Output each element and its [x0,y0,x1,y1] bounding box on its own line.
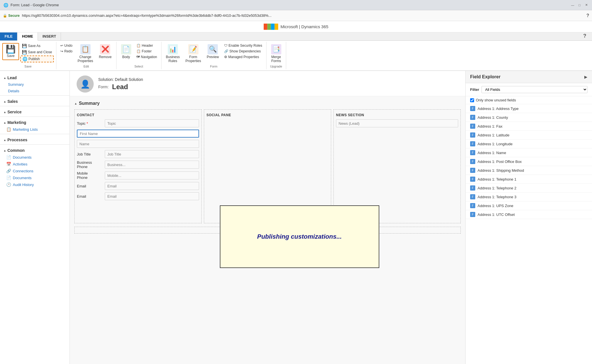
show-dependencies-label: Show Dependencies [230,49,261,53]
section-collapse-icon[interactable]: ▲ [74,102,77,105]
field-item-icon: F [470,150,475,155]
navigation-button[interactable]: 🗺 Navigation [135,54,159,60]
nav-group-processes-label: Processes [7,138,27,142]
managed-properties-label: Managed Properties [228,55,259,59]
nav-item-audit-history[interactable]: 🕐 Audit History [0,181,69,188]
collapse-marketing-icon[interactable]: ▲ [3,121,6,124]
field-row-firstname [77,130,199,138]
header-button[interactable]: 📋 Header [135,43,159,48]
publish-button[interactable]: 🌐 Publish [20,56,54,62]
field-input-mobilephone[interactable] [105,171,199,179]
close-btn[interactable]: ✕ [584,3,589,7]
field-list-item[interactable]: F Address 1: Telephone 2 [466,184,592,193]
app-help-icon[interactable]: ? [583,33,586,39]
nav-item-marketing-lists-label: Marketing Lists [13,127,38,132]
remove-button[interactable]: ❌ Remove [97,43,114,60]
url-text[interactable]: https://sg807b5630304.crm10.dynamics.com… [22,13,584,18]
divider-4 [0,134,69,134]
nav-item-activities[interactable]: 📅 Activities [0,161,69,167]
field-list-item[interactable]: F Address 1: Name [466,148,592,157]
field-input-jobtitle[interactable] [105,150,199,158]
tab-file[interactable]: FILE [0,32,17,40]
window-controls[interactable]: — □ ✕ [570,3,589,7]
change-properties-button[interactable]: 📋 ChangeProperties [75,43,95,64]
managed-properties-button[interactable]: ⚙ Managed Properties [222,54,264,60]
nav-header-lead: ▲ Lead [0,73,69,81]
preview-button[interactable]: 🔍 Preview [204,43,221,60]
field-list-item[interactable]: F Address 1: Telephone 3 [466,193,592,201]
remove-icon: ❌ [100,44,110,54]
field-input-topic[interactable] [105,119,199,127]
field-item-icon: F [470,203,475,208]
app-logo: ████ Microsoft | Dynamics 365 [264,24,328,30]
ribbon-group-select: 📄 Body 📋 Header 📋 Footer 🗺 Navigation [116,42,161,69]
field-item-name: Address 1: Telephone 2 [478,186,516,190]
maximize-btn[interactable]: □ [577,3,582,7]
field-list-item[interactable]: F Address 1: Longitude [466,140,592,148]
save-close-button[interactable]: 💾 Save and Close [20,49,54,55]
field-input-news[interactable] [336,119,458,127]
field-list-item[interactable]: F Address 1: Latitude [466,131,592,140]
nav-item-documents2[interactable]: 📄 Documents [0,174,69,181]
field-item-icon: F [470,141,475,146]
activities-icon: 📅 [6,162,11,166]
nav-item-documents[interactable]: 📄 Documents [0,154,69,161]
center-area: 👤 Solution: Default Solution Form: Lead … [70,71,465,364]
field-list-item[interactable]: F Address 1: Address Type [466,104,592,113]
field-input-email2[interactable] [105,192,199,200]
field-list-item[interactable]: F Address 1: UTC Offset [466,210,592,219]
field-input-firstname[interactable] [77,130,199,138]
tab-home[interactable]: HOME [17,32,38,41]
nav-group-lead-label: Lead [7,75,17,80]
navigation-icon: 🗺 [136,55,140,59]
collapse-service-icon[interactable]: ▲ [3,111,6,114]
collapse-processes-icon[interactable]: ▲ [3,138,6,142]
redo-button[interactable]: ↪ Redo [59,49,74,54]
footer-button[interactable]: 📋 Footer [135,49,159,54]
field-list-item[interactable]: F Address 1: County [466,113,592,122]
nav-item-details[interactable]: Details [0,88,69,94]
field-item-icon: F [470,132,475,138]
nav-item-documents2-label: Documents [13,176,32,180]
field-list-item[interactable]: F Address 1: Fax [466,122,592,131]
field-list-item[interactable]: F Address 1: Telephone 1 [466,175,592,184]
expand-icon[interactable]: ▶ [584,75,587,79]
field-list-item[interactable]: F Address 1: Post Office Box [466,157,592,166]
minimize-btn[interactable]: — [570,3,575,7]
only-unused-row: Only show unused fields [466,96,592,104]
field-input-name[interactable] [77,140,199,148]
collapse-sales-icon[interactable]: ▲ [3,100,6,103]
filter-select[interactable]: All Fields Unused Fields Required Fields [482,86,587,93]
field-list-item[interactable]: F Address 1: UPS Zone [466,201,592,210]
show-dependencies-button[interactable]: 🔗 Show Dependencies [222,49,264,54]
collapse-lead-icon[interactable]: ▲ [3,76,6,79]
ribbon-group-form: 📊 BusinessRules 📝 FormProperties 🔍 Previ… [161,42,267,69]
nav-item-marketing-lists[interactable]: 📋 Marketing Lists [0,126,69,133]
nav-item-summary[interactable]: Summary [0,81,69,88]
secure-badge: 🔒 Secure [3,14,20,18]
save-as-button[interactable]: 💾 Save As [20,43,54,49]
right-panel: Field Explorer ▶ Filter All Fields Unuse… [465,71,592,364]
field-label-mobilephone: MobilePhone [77,171,103,180]
business-rules-button[interactable]: 📊 BusinessRules [164,43,182,64]
nav-item-connections[interactable]: 🔗 Connections [0,167,69,174]
nav-group-service-label: Service [7,110,22,114]
field-item-name: Address 1: County [478,115,508,120]
form-properties-button[interactable]: 📝 FormProperties [183,43,203,64]
enable-security-button[interactable]: 🛡 Enable Security Roles [222,43,264,48]
collapse-common-icon[interactable]: ▲ [3,149,6,152]
only-unused-checkbox[interactable] [470,98,474,102]
field-input-businessphone[interactable] [105,161,199,169]
undo-button[interactable]: ↩ Undo [59,43,74,48]
help-icon[interactable]: ? [586,13,589,18]
save-button[interactable]: 💾 Save [3,44,18,59]
header-icon: 📋 [136,44,141,48]
filter-label: Filter [470,87,479,92]
body-button[interactable]: 📄 Body [119,43,134,60]
merge-forms-button[interactable]: 📑 MergeForms [269,43,284,64]
select-buttons-row: 📄 Body 📋 Header 📋 Footer 🗺 Navigation [119,43,159,64]
tab-insert[interactable]: INSERT [38,32,61,40]
field-input-email1[interactable] [105,182,199,190]
filter-row: Filter All Fields Unused Fields Required… [466,83,592,96]
field-list-item[interactable]: F Address 1: Shipping Method [466,166,592,175]
